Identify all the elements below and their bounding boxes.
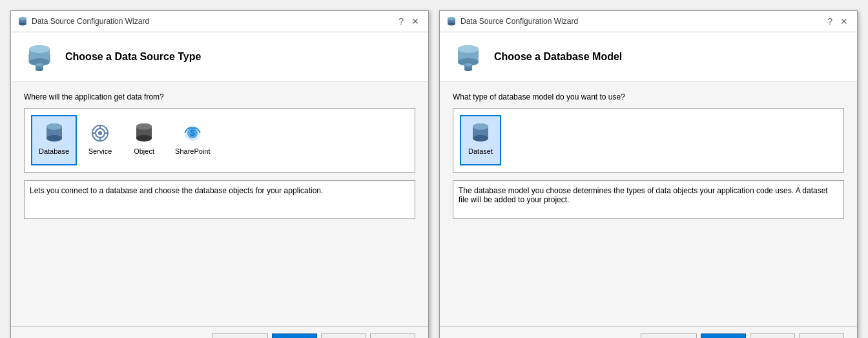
wizard1-question: Where will the application get data from…	[24, 92, 415, 101]
svg-point-40	[464, 63, 472, 66]
wizard2: Data Source Configuration Wizard ? ✕ Cho…	[439, 10, 858, 338]
datasource-icon-small-2	[446, 16, 457, 26]
service-icon	[88, 121, 112, 145]
wizard2-titlebar: Data Source Configuration Wizard ? ✕	[440, 11, 857, 32]
wizard1-title: Data Source Configuration Wizard	[32, 17, 149, 26]
option-sharepoint-label: SharePoint	[175, 147, 210, 155]
wizard1-options-box: Database Service	[24, 108, 415, 173]
option-service[interactable]: Service	[79, 115, 121, 165]
svg-point-41	[464, 69, 472, 71]
wizard1-help-icon[interactable]: ?	[396, 15, 406, 28]
wizard1-description: Lets you connect to a database and choos…	[24, 180, 415, 219]
wizard2-spacer	[453, 219, 844, 316]
sharepoint-icon: S	[181, 121, 204, 145]
svg-point-44	[473, 135, 488, 142]
svg-point-38	[458, 45, 479, 53]
wizard1-titlebar-left: Data Source Configuration Wizard	[17, 16, 149, 26]
wizard1: Data Source Configuration Wizard ? ✕ Cho…	[10, 10, 429, 338]
svg-point-7	[29, 45, 50, 53]
svg-point-33	[448, 23, 455, 26]
wizard1-cancel-button[interactable]: Cancel	[370, 333, 415, 338]
wizard2-options-box: Dataset	[453, 108, 844, 173]
wizard2-finish-button[interactable]: Finish	[750, 333, 795, 338]
option-database[interactable]: Database	[31, 115, 77, 165]
wizard2-close-icon[interactable]: ✕	[838, 15, 851, 28]
object-icon	[132, 121, 156, 145]
wizard1-body: Where will the application get data from…	[11, 82, 428, 326]
svg-text:S: S	[190, 129, 195, 138]
wizard2-previous-button[interactable]: < Previous	[641, 333, 697, 338]
svg-point-45	[473, 123, 488, 130]
wizard2-cancel-button[interactable]: Cancel	[799, 333, 844, 338]
wizard1-description-text: Lets you connect to a database and choos…	[30, 186, 323, 195]
option-dataset[interactable]: Dataset	[460, 115, 501, 165]
wizard1-header-icon	[24, 41, 55, 72]
wizard2-title: Data Source Configuration Wizard	[460, 17, 578, 26]
wizard2-description: The database model you choose determines…	[453, 180, 844, 219]
svg-point-15	[46, 135, 62, 142]
wizard1-titlebar-icons: ? ✕	[396, 15, 422, 28]
wizard1-footer: < Previous Next > Finish Cancel	[11, 326, 428, 338]
option-object-label: Object	[134, 147, 154, 155]
wizard1-next-button[interactable]: Next >	[272, 333, 317, 338]
datasource-icon-small	[17, 16, 28, 26]
option-dataset-label: Dataset	[468, 147, 493, 155]
svg-point-3	[19, 17, 26, 21]
svg-point-27	[136, 123, 152, 130]
wizard2-header-icon	[453, 41, 484, 72]
wizard2-description-text: The database model you choose determines…	[459, 186, 828, 204]
svg-point-26	[136, 135, 152, 142]
wizard2-header: Choose a Database Model	[440, 32, 857, 82]
wizard1-header-title: Choose a Data Source Type	[65, 51, 201, 63]
wizard1-previous-button[interactable]: < Previous	[212, 333, 268, 338]
wizard1-header: Choose a Data Source Type	[11, 32, 428, 82]
wizard2-next-button[interactable]: Next >	[701, 333, 746, 338]
wizard2-question: What type of database model do you want …	[453, 92, 844, 101]
option-sharepoint[interactable]: S SharePoint	[167, 115, 218, 165]
svg-point-12	[36, 69, 43, 71]
wizard2-titlebar-icons: ? ✕	[825, 15, 851, 28]
wizard1-close-icon[interactable]: ✕	[409, 15, 422, 28]
wizard2-body: What type of database model do you want …	[440, 82, 857, 326]
option-object[interactable]: Object	[123, 115, 165, 165]
wizard2-titlebar-left: Data Source Configuration Wizard	[446, 16, 578, 26]
database-icon	[43, 121, 66, 145]
svg-point-2	[19, 23, 26, 26]
svg-point-11	[36, 63, 43, 66]
wizard2-help-icon[interactable]: ?	[825, 15, 835, 28]
wizard1-spacer	[24, 219, 415, 316]
dataset-icon	[469, 121, 492, 145]
wizard1-titlebar: Data Source Configuration Wizard ? ✕	[11, 11, 428, 32]
wizard2-header-title: Choose a Database Model	[494, 51, 622, 63]
option-database-label: Database	[39, 147, 69, 155]
svg-point-34	[448, 17, 455, 21]
option-service-label: Service	[88, 147, 112, 155]
svg-point-19	[98, 131, 102, 135]
svg-point-16	[46, 123, 62, 130]
wizard1-finish-button[interactable]: Finish	[321, 333, 366, 338]
wizard2-footer: < Previous Next > Finish Cancel	[440, 326, 857, 338]
